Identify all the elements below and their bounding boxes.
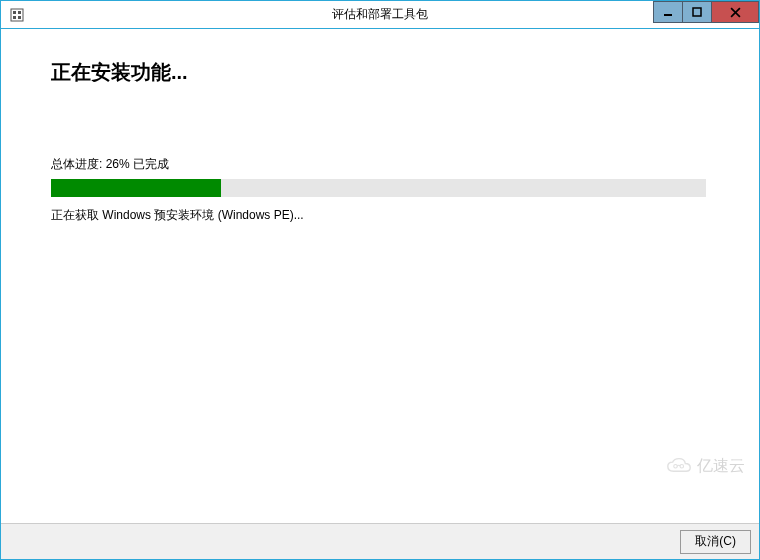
watermark: 亿速云 <box>665 456 745 477</box>
svg-rect-6 <box>693 8 701 16</box>
progress-bar <box>51 179 706 197</box>
cancel-button[interactable]: 取消(C) <box>680 530 751 554</box>
window-title: 评估和部署工具包 <box>332 6 428 23</box>
progress-label: 总体进度: 26% 已完成 <box>51 156 709 173</box>
minimize-button[interactable] <box>653 1 683 23</box>
svg-rect-3 <box>13 16 16 19</box>
svg-rect-0 <box>11 9 23 21</box>
maximize-button[interactable] <box>682 1 712 23</box>
window-controls <box>654 1 759 23</box>
content-area: 正在安装功能... 总体进度: 26% 已完成 正在获取 Windows 预安装… <box>1 29 759 523</box>
progress-fill <box>51 179 221 197</box>
watermark-text: 亿速云 <box>697 456 745 477</box>
app-icon <box>9 7 25 23</box>
page-title: 正在安装功能... <box>51 59 709 86</box>
svg-rect-1 <box>13 11 16 14</box>
svg-point-9 <box>674 464 678 468</box>
titlebar[interactable]: 评估和部署工具包 <box>1 1 759 29</box>
footer: 取消(C) <box>1 523 759 559</box>
status-text: 正在获取 Windows 预安装环境 (Windows PE)... <box>51 207 709 224</box>
close-button[interactable] <box>711 1 759 23</box>
installer-window: 评估和部署工具包 正在安装功能... 总体进度: 26% 已完成 正在获取 Wi… <box>0 0 760 560</box>
svg-point-10 <box>680 464 684 468</box>
svg-rect-2 <box>18 11 21 14</box>
svg-rect-4 <box>18 16 21 19</box>
